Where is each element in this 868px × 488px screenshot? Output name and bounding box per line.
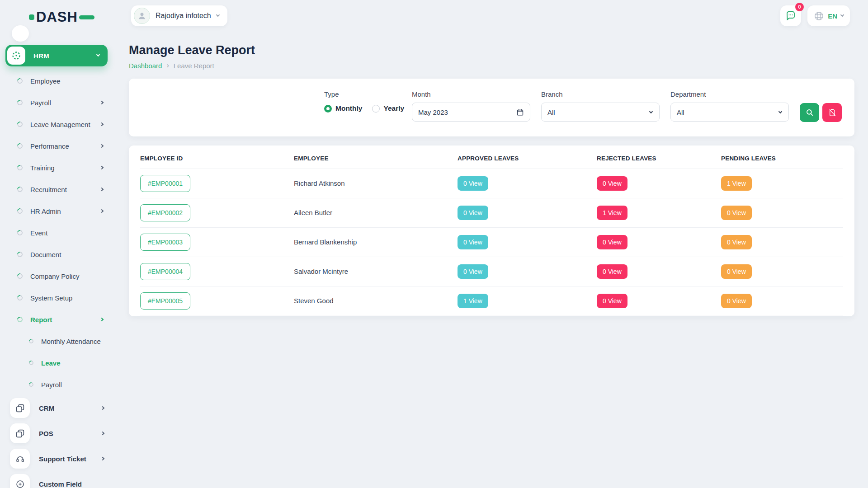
ring-icon	[16, 316, 24, 324]
company-dropdown[interactable]: Rajodiya infotech	[131, 5, 227, 26]
ring-icon	[16, 207, 24, 215]
chevron-right-icon	[100, 188, 104, 191]
pending-leaves-view-badge[interactable]: 0 View	[721, 294, 752, 308]
chevron-right-icon	[101, 432, 104, 435]
employee-id-button[interactable]: #EMP00005	[140, 292, 190, 310]
filter-card: Type MonthlyYearly Month May 2023 Branch…	[129, 79, 854, 136]
pending-leaves-view-badge[interactable]: 1 View	[721, 176, 752, 191]
messages-button[interactable]: 0	[780, 5, 801, 26]
employee-name: Bernard Blankenship	[294, 238, 357, 246]
breadcrumb-separator: ›	[166, 61, 169, 70]
sidebar-module-crm[interactable]: CRM	[5, 395, 114, 421]
approved-leaves-view-badge[interactable]: 0 View	[458, 235, 488, 249]
department-filter: Department All	[670, 90, 789, 122]
breadcrumb-current: Leave Report	[174, 62, 214, 70]
radio-selected-icon	[324, 105, 332, 113]
cell-pending-leaves: 0 View	[721, 264, 843, 279]
employee-id-button[interactable]: #EMP00001	[140, 175, 190, 192]
language-dropdown[interactable]: EN	[807, 5, 850, 26]
rejected-leaves-view-badge[interactable]: 0 View	[597, 294, 627, 308]
cell-employee-name: Salvador Mcintyre	[294, 267, 458, 276]
page-title: Manage Leave Report	[129, 43, 854, 57]
sidebar-item-company-policy[interactable]: Company Policy	[5, 265, 114, 287]
branch-value: All	[547, 108, 555, 116]
cell-employee-name: Aileen Butler	[294, 209, 458, 217]
rejected-leaves-view-badge[interactable]: 0 View	[597, 264, 627, 279]
pending-leaves-view-badge[interactable]: 0 View	[721, 264, 752, 279]
sidebar-item-event[interactable]: Event	[5, 222, 114, 244]
chevron-right-icon	[100, 209, 104, 213]
sidebar-module-label: Support Ticket	[39, 455, 86, 463]
employee-id-button[interactable]: #EMP00003	[140, 234, 190, 251]
sidebar-subitem-leave[interactable]: Leave	[5, 352, 114, 374]
employee-id-button[interactable]: #EMP00004	[140, 263, 190, 280]
headset-icon	[10, 449, 30, 469]
month-value: May 2023	[418, 108, 448, 116]
sidebar-subitem-monthly-attendance[interactable]: Monthly Attendance	[5, 330, 114, 352]
cell-pending-leaves: 0 View	[721, 235, 843, 249]
sidebar-app-switcher-hrm[interactable]: HRM	[5, 45, 108, 66]
pending-leaves-view-badge[interactable]: 0 View	[721, 206, 752, 220]
sidebar-item-leave-management[interactable]: Leave Management	[5, 113, 114, 135]
type-radio-monthly[interactable]: Monthly	[324, 104, 362, 113]
sidebar-item-training[interactable]: Training	[5, 157, 114, 178]
breadcrumb-dashboard-link[interactable]: Dashboard	[129, 62, 162, 70]
employee-id-button[interactable]: #EMP00002	[140, 204, 190, 221]
cell-pending-leaves: 0 View	[721, 206, 843, 220]
cell-employee-id: #EMP00002	[140, 204, 294, 221]
sidebar-item-payroll[interactable]: Payroll	[5, 92, 114, 113]
table-row: #EMP00005Steven Good1 View0 View0 View	[140, 286, 843, 315]
sidebar: HRM EmployeePayrollLeave ManagementPerfo…	[5, 25, 114, 488]
rejected-leaves-view-badge[interactable]: 0 View	[597, 235, 627, 249]
top-header: DASH Rajodiya infotech 0 EN	[0, 0, 868, 32]
sidebar-toggle[interactable]	[12, 25, 29, 42]
approved-leaves-view-badge[interactable]: 0 View	[458, 206, 488, 220]
department-select[interactable]: All	[670, 103, 789, 122]
sidebar-item-recruitment[interactable]: Recruitment	[5, 178, 114, 200]
cell-rejected-leaves: 0 View	[597, 235, 721, 249]
table-row: #EMP00004Salvador Mcintyre0 View0 View0 …	[140, 257, 843, 286]
pending-leaves-view-badge[interactable]: 0 View	[721, 235, 752, 249]
branch-select[interactable]: All	[541, 103, 660, 122]
sidebar-module-label: Custom Field	[39, 480, 82, 488]
employee-name: Salvador Mcintyre	[294, 267, 348, 275]
sidebar-subitem-payroll[interactable]: Payroll	[5, 374, 114, 395]
plus-circle-icon	[10, 474, 30, 488]
sidebar-item-hr-admin[interactable]: HR Admin	[5, 200, 114, 222]
ring-icon	[16, 294, 24, 302]
cell-employee-id: #EMP00004	[140, 263, 294, 280]
department-value: All	[677, 108, 684, 116]
cell-employee-id: #EMP00005	[140, 292, 294, 310]
sidebar-module-support-ticket[interactable]: Support Ticket	[5, 446, 114, 471]
sidebar-item-label: Recruitment	[30, 186, 67, 193]
sidebar-item-label: Company Policy	[30, 272, 79, 280]
sidebar-item-report[interactable]: Report	[5, 309, 114, 330]
sidebar-item-employee[interactable]: Employee	[5, 70, 114, 92]
employee-name: Steven Good	[294, 297, 334, 305]
department-label: Department	[670, 90, 789, 98]
sidebar-module-pos[interactable]: POS	[5, 421, 114, 446]
approved-leaves-view-badge[interactable]: 0 View	[458, 264, 488, 279]
month-input[interactable]: May 2023	[412, 103, 530, 122]
search-button[interactable]	[800, 103, 819, 122]
sidebar-item-system-setup[interactable]: System Setup	[5, 287, 114, 309]
cell-rejected-leaves: 1 View	[597, 206, 721, 220]
approved-leaves-view-badge[interactable]: 0 View	[458, 176, 488, 191]
chevron-down-icon	[96, 53, 100, 56]
rejected-leaves-view-badge[interactable]: 1 View	[597, 206, 627, 220]
approved-leaves-view-badge[interactable]: 1 View	[458, 294, 488, 308]
sidebar-module-custom-field[interactable]: Custom Field	[5, 471, 114, 488]
rejected-leaves-view-badge[interactable]: 0 View	[597, 176, 627, 191]
globe-icon	[814, 11, 824, 21]
company-name: Rajodiya infotech	[156, 12, 211, 20]
chat-bubble-icon	[785, 10, 796, 21]
reset-button[interactable]	[822, 103, 842, 122]
chevron-right-icon	[100, 144, 104, 148]
type-radio-yearly[interactable]: Yearly	[372, 104, 404, 113]
chevron-right-icon	[100, 101, 104, 104]
sidebar-item-performance[interactable]: Performance	[5, 135, 114, 157]
sidebar-item-document[interactable]: Document	[5, 244, 114, 265]
type-option-label: Monthly	[335, 104, 362, 113]
stack-icon	[10, 398, 30, 418]
sidebar-item-label: HR Admin	[30, 207, 61, 215]
